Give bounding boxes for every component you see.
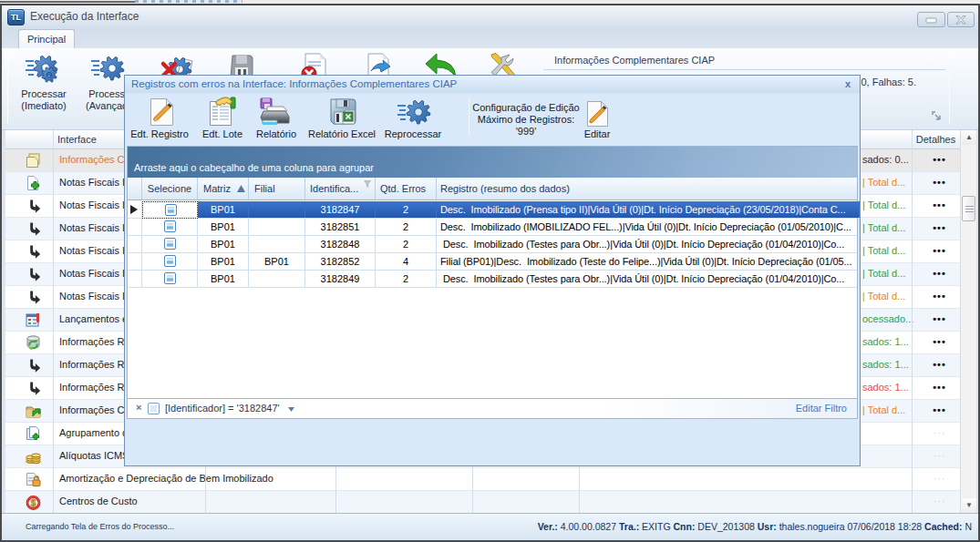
svg-text:$: $	[30, 497, 36, 508]
